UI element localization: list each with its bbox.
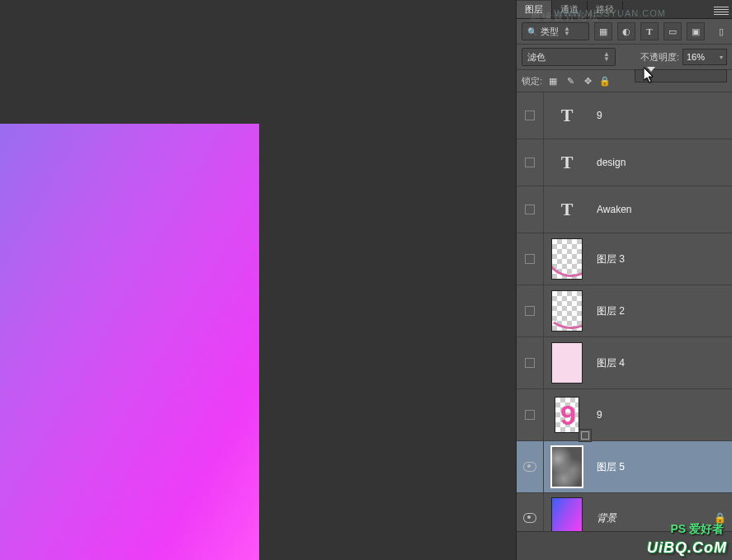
layer-thumbnail[interactable]: 9 (555, 397, 579, 433)
document-canvas[interactable] (0, 124, 259, 560)
chevron-down-icon: ▾ (720, 54, 723, 61)
visibility-off-icon (525, 158, 535, 167)
layer-row[interactable]: T Awaken (517, 186, 732, 233)
layer-name[interactable]: 图层 5 (590, 460, 732, 474)
opacity-slider[interactable] (635, 69, 727, 82)
watermark-text: PS 爱好者 (670, 522, 724, 537)
text-layer-icon: T (549, 105, 585, 126)
visibility-toggle[interactable] (517, 285, 544, 336)
layer-name[interactable]: Awaken (590, 204, 732, 215)
visibility-off-icon (525, 410, 535, 420)
filter-adjustment-icon[interactable]: ◐ (617, 22, 635, 40)
canvas-area (0, 0, 517, 560)
dropdown-arrows-icon: ▲▼ (564, 26, 570, 36)
layer-thumbnail[interactable] (550, 445, 583, 488)
opacity-label: 不透明度: (640, 51, 679, 64)
visibility-toggle[interactable] (517, 92, 544, 139)
layer-row[interactable]: T 9 (517, 92, 732, 139)
layers-panel: 图层 通道 路径 🔍 类型 ▲▼ ▦ ◐ T ▭ ▣ ▯ 滤色 ▲▼ 不透明度:… (516, 0, 732, 560)
visibility-off-icon (525, 254, 535, 264)
blend-mode-value: 滤色 (527, 51, 545, 64)
filter-toggle-icon[interactable]: ▯ (715, 23, 727, 40)
visibility-toggle[interactable] (517, 337, 544, 388)
lock-label: 锁定: (522, 75, 542, 87)
layer-row[interactable]: T design (517, 139, 732, 186)
visibility-toggle[interactable] (517, 493, 544, 535)
layer-name[interactable]: 图层 4 (590, 356, 732, 370)
layer-row[interactable]: 图层 3 (517, 233, 732, 285)
vector-mask-icon[interactable] (579, 429, 592, 442)
layer-thumbnail[interactable] (551, 497, 583, 535)
visibility-toggle[interactable] (517, 389, 544, 440)
visibility-off-icon (525, 358, 535, 368)
search-icon: 🔍 (527, 27, 537, 36)
dropdown-arrows-icon: ▲▼ (603, 52, 610, 62)
filter-smart-icon[interactable]: ▣ (687, 22, 705, 40)
layer-thumbnail[interactable] (551, 238, 583, 280)
opacity-input[interactable]: 16% ▾ (682, 49, 727, 65)
lock-pixels-icon[interactable]: ✎ (564, 74, 577, 87)
watermark-text: UiBQ.CoM (647, 539, 727, 557)
visibility-toggle[interactable] (517, 186, 544, 233)
layer-name[interactable]: 9 (590, 110, 732, 121)
text-layer-icon: T (549, 152, 585, 173)
layer-name[interactable]: 9 (590, 409, 732, 421)
layer-row[interactable]: 图层 4 (517, 337, 732, 389)
eye-icon (523, 513, 536, 523)
slider-thumb-icon[interactable] (647, 67, 655, 72)
blend-row: 滤色 ▲▼ 不透明度: 16% ▾ (517, 45, 732, 70)
visibility-toggle[interactable] (517, 233, 544, 285)
filter-pixel-icon[interactable]: ▦ (594, 22, 612, 40)
panel-menu-icon[interactable] (711, 3, 732, 18)
layer-name[interactable]: 图层 2 (590, 304, 732, 318)
opacity-value: 16% (687, 52, 705, 62)
filter-kind-select[interactable]: 🔍 类型 ▲▼ (522, 22, 589, 40)
lock-transparency-icon[interactable]: ▦ (546, 74, 560, 87)
visibility-toggle[interactable] (517, 139, 544, 186)
visibility-toggle[interactable] (517, 441, 544, 492)
layer-name[interactable]: design (590, 157, 732, 168)
watermark-text: WWW.MISSYUAN.COM (554, 8, 666, 18)
layer-name[interactable]: 图层 3 (590, 252, 732, 266)
visibility-off-icon (525, 111, 535, 120)
layer-row[interactable]: 9 9 (517, 389, 732, 441)
filter-kind-label: 类型 (541, 26, 559, 38)
layer-thumbnail[interactable] (551, 342, 583, 384)
text-layer-icon: T (549, 199, 585, 220)
layer-thumbnail[interactable] (551, 290, 583, 332)
layers-list: T 9 T design T Awaken 图层 3 图层 2 图层 4 (517, 92, 732, 535)
layer-row[interactable]: 图层 2 (517, 285, 732, 337)
lock-position-icon[interactable]: ✥ (581, 74, 594, 87)
eye-icon (523, 462, 536, 472)
filter-shape-icon[interactable]: ▭ (664, 22, 682, 40)
layer-row[interactable]: 图层 5 (517, 441, 732, 493)
filter-text-icon[interactable]: T (640, 22, 659, 40)
visibility-off-icon (525, 306, 535, 316)
lock-all-icon[interactable]: 🔒 (598, 74, 612, 87)
visibility-off-icon (525, 205, 535, 214)
lock-row: 锁定: ▦ ✎ ✥ 🔒 (517, 70, 732, 92)
blend-mode-select[interactable]: 滤色 ▲▼ (522, 48, 616, 66)
